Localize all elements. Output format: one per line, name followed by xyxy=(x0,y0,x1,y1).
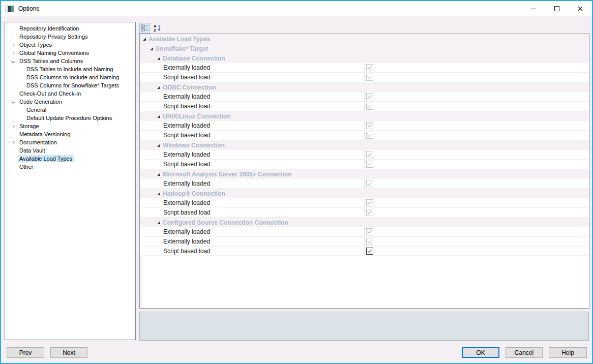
sidebar-item-documentation[interactable]: Documentation xyxy=(5,138,135,146)
checked-checkbox-icon xyxy=(366,151,373,158)
grid-property-label: Externally loaded xyxy=(163,199,210,206)
grid-category-available-load-types[interactable]: Available Load Types xyxy=(140,34,589,44)
collapse-triangle-icon[interactable] xyxy=(157,144,160,147)
grid-category-unix-linux-connection[interactable]: UNIX/Linux Connection xyxy=(140,111,589,121)
grid-property-externally-loaded[interactable]: Externally loaded xyxy=(140,198,589,208)
grid-category-label: Microsoft Analysis Server 2005+ Connecti… xyxy=(163,171,291,178)
next-button[interactable]: Next xyxy=(50,347,87,358)
grid-category-windows-connection[interactable]: Windows Connection xyxy=(140,140,589,150)
collapse-triangle-icon[interactable] xyxy=(157,173,160,176)
chevron-down-icon[interactable] xyxy=(11,100,15,103)
alphabetical-sort-button[interactable]: A Z xyxy=(152,23,162,34)
grid-property-externally-loaded[interactable]: Externally loaded xyxy=(140,179,589,189)
checked-checkbox-icon xyxy=(366,238,373,245)
grid-category-odbc-connection[interactable]: ODBC Connection xyxy=(140,82,589,92)
minimize-button[interactable] xyxy=(522,1,545,16)
close-button[interactable]: × xyxy=(569,1,592,16)
sidebar-item-label: Data Vault xyxy=(18,147,47,154)
sidebar-item-label: DSS Tables to Include and Naming xyxy=(25,66,114,73)
sidebar-item-global-naming-conventions[interactable]: Global Naming Conventions xyxy=(5,49,135,57)
sidebar-item-metadata-versioning[interactable]: Metadata Versioning xyxy=(5,130,135,138)
grid-category-database-connection[interactable]: Database Connection xyxy=(140,53,589,63)
collapse-triangle-icon[interactable] xyxy=(157,221,160,224)
grid-category-hadoop-connection[interactable]: Hadoop® Connection xyxy=(140,189,589,198)
svg-text:Z: Z xyxy=(154,28,156,32)
grid-category-microsoft-analysis-server-2005-connection[interactable]: Microsoft Analysis Server 2005+ Connecti… xyxy=(140,169,589,179)
grid-property-label: Externally loaded xyxy=(163,238,210,245)
sidebar-item-dss-columns-to-include-and-naming[interactable]: DSS Columns to Include and Naming xyxy=(5,73,135,81)
chevron-right-icon[interactable] xyxy=(11,51,15,54)
sidebar-item-other[interactable]: Other xyxy=(5,163,135,171)
grid-property-externally-loaded[interactable]: Externally loaded xyxy=(140,237,589,247)
grid-property-label: Script based load xyxy=(163,209,211,216)
grid-property-externally-loaded[interactable]: Externally loaded xyxy=(140,92,589,102)
sidebar-item-general[interactable]: General xyxy=(5,106,135,114)
sidebar-item-dss-tables-and-columns[interactable]: DSS Tables and Columns xyxy=(5,57,135,65)
sidebar-item-object-types[interactable]: Object Types xyxy=(5,41,135,49)
grid-category-configured-source-connection-connection[interactable]: Configured Source Connection Connection xyxy=(140,218,589,227)
collapse-triangle-icon[interactable] xyxy=(157,115,160,118)
grid-category-label: Windows Connection xyxy=(163,142,225,149)
maximize-icon xyxy=(554,6,559,11)
description-panel xyxy=(139,312,589,341)
grid-property-label: Externally loaded xyxy=(163,122,210,129)
sidebar-item-repository-privacy-settings[interactable]: Repository Privacy Settings xyxy=(5,33,135,41)
close-icon: × xyxy=(577,5,583,13)
sidebar-item-available-load-types[interactable]: Available Load Types xyxy=(5,155,135,163)
chevron-right-icon[interactable] xyxy=(11,43,15,46)
grid-property-script-based-load[interactable]: Script based load xyxy=(140,208,589,218)
sidebar-item-dss-tables-to-include-and-naming[interactable]: DSS Tables to Include and Naming xyxy=(5,65,135,73)
chevron-right-icon[interactable] xyxy=(11,124,15,128)
grid-category-label: Database Connection xyxy=(163,55,225,62)
prev-button[interactable]: Prev xyxy=(7,347,44,358)
collapse-triangle-icon[interactable] xyxy=(143,38,146,41)
app-icon xyxy=(6,6,14,12)
grid-property-script-based-load[interactable]: Script based load xyxy=(140,160,589,169)
column-divider xyxy=(364,102,365,111)
grid-property-externally-loaded[interactable]: Externally loaded xyxy=(140,227,589,237)
sidebar-item-label: DSS Tables and Columns xyxy=(18,57,84,65)
grid-category-snowflake-target[interactable]: Snowflake* Target xyxy=(140,44,589,53)
grid-property-script-based-load[interactable]: Script based load xyxy=(140,102,589,111)
sidebar-item-check-out-and-check-in[interactable]: Check-Out and Check-In xyxy=(5,89,135,98)
collapse-triangle-icon[interactable] xyxy=(157,192,160,195)
maximize-button[interactable] xyxy=(545,1,569,16)
grid-category-label: Snowflake* Target xyxy=(156,45,208,52)
column-divider xyxy=(364,63,365,72)
grid-property-externally-loaded[interactable]: Externally loaded xyxy=(140,63,589,73)
cancel-button[interactable]: Cancel xyxy=(506,347,543,358)
sidebar-item-label: Documentation xyxy=(18,139,58,146)
sidebar-item-repository-identification[interactable]: Repository Identification xyxy=(5,24,135,33)
grid-property-script-based-load[interactable]: Script based load xyxy=(140,73,589,82)
sidebar-item-label: Object Types xyxy=(18,41,53,48)
grid-property-externally-loaded[interactable]: Externally loaded xyxy=(140,121,589,131)
sidebar-item-default-update-procedure-options[interactable]: Default Update Procedure Options xyxy=(5,114,135,122)
chevron-down-icon[interactable] xyxy=(11,59,15,63)
collapse-triangle-icon[interactable] xyxy=(157,86,160,89)
ok-button[interactable]: OK xyxy=(462,347,499,358)
window-controls: × xyxy=(522,1,592,16)
sidebar-item-label: Storage xyxy=(18,123,41,130)
column-divider xyxy=(364,92,365,101)
sidebar-item-label: Global Naming Conventions xyxy=(18,49,91,56)
checked-checkbox-icon xyxy=(366,161,373,168)
grid-property-script-based-load[interactable]: Script based load xyxy=(140,247,589,256)
sidebar-item-code-generation[interactable]: Code Generation xyxy=(5,98,135,106)
sidebar-item-dss-columns-for-snowflake-targets[interactable]: DSS Columns for Snowflake* Targets xyxy=(5,81,135,89)
sidebar-item-label: DSS Columns for Snowflake* Targets xyxy=(25,82,121,89)
sidebar-item-label: Repository Privacy Settings xyxy=(18,33,90,40)
grid-property-externally-loaded[interactable]: Externally loaded xyxy=(140,150,589,160)
collapse-triangle-icon[interactable] xyxy=(157,57,160,60)
grid-property-script-based-load[interactable]: Script based load xyxy=(140,131,589,140)
sidebar-item-storage[interactable]: Storage xyxy=(5,122,135,130)
categorized-button[interactable] xyxy=(139,23,150,34)
help-button[interactable]: Help xyxy=(549,347,587,358)
collapse-triangle-icon[interactable] xyxy=(150,47,153,50)
sidebar-item-data-vault[interactable]: Data Vault xyxy=(5,146,135,155)
window-title: Options xyxy=(18,5,39,12)
sidebar-item-label: Available Load Types xyxy=(18,155,74,162)
checked-checkbox-icon xyxy=(366,122,373,129)
checked-checkbox-icon[interactable] xyxy=(366,248,373,255)
checked-checkbox-icon xyxy=(366,93,373,100)
chevron-right-icon[interactable] xyxy=(11,140,15,144)
